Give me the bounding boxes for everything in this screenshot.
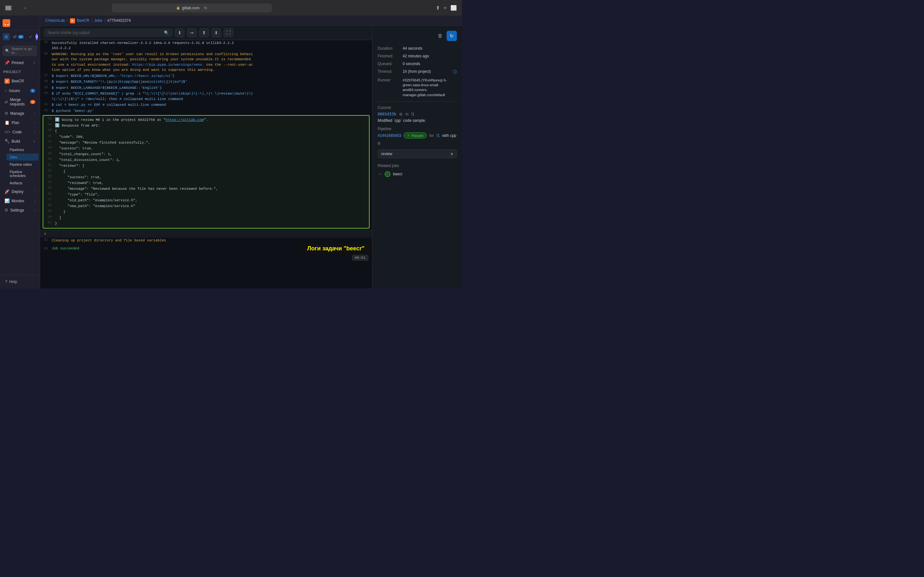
beecr-url-link[interactable]: https://beecr.io/api/v1 [121,74,170,78]
sidebar-toggle[interactable] [5,5,11,11]
pipeline-mr-link[interactable]: !1 [436,133,439,138]
highlight-line: 44 ℹ️ Response from API: [46,123,367,129]
help-label: Help [9,279,17,284]
breadcrumb-org[interactable]: CVisionLab [45,18,65,23]
breadcrumb-project[interactable]: BeeCR [77,18,89,23]
pip-warnings-link[interactable]: https://pip.pypa.io/warnings/venv [132,63,202,67]
sidebar-item-jobs[interactable]: Jobs [6,153,39,161]
finished-row: Finished: 42 minutes ago [378,54,457,58]
breadcrumb-section[interactable]: Jobs [94,18,102,23]
code-icon: </> [5,129,11,134]
job-status-icon: ✓ [384,171,391,177]
gitlab-logo[interactable]: 🦊 [3,19,10,27]
sidebar-item-issues[interactable]: ○ Issues 0 [1,86,39,95]
sidebar-item-code[interactable]: </> Code › [1,127,39,136]
sidebar-item-pinned[interactable]: 📌 Pinned ∨ [1,58,39,67]
tabs-button[interactable]: ⬜ [451,5,457,11]
back-button[interactable]: ‹ [15,5,21,11]
pipeline-label: Pipeline [378,127,457,131]
download-log-button[interactable]: ⬇ [175,28,184,37]
search-label: Search or go to... [11,47,35,55]
sidebar-item-pipeline-editor[interactable]: Pipeline editor [6,161,39,168]
sidebar-item-manage[interactable]: ⚙ Manage › [1,109,39,118]
sidebar-item-pipelines[interactable]: Pipelines [6,146,39,153]
line-number: 35 [40,40,52,44]
sidebar-item-project[interactable]: B BeeCR [1,77,39,85]
sidebar: 🦊 ⊞ ⇄ 37 ✓ U 🔍 Search or go to... 📌 Pinn… [0,16,40,288]
browser-chrome: ‹ › 🔒 gitlab.com ↻ ⬆ + ⬜ [0,0,462,16]
hl-num: 50 [46,157,55,161]
log-text-cmd: $ export BEECR_TARGET='\\.(py|c|h|cpp|hp… [52,79,372,85]
job-item-beecr: → ✓ beecr [378,171,457,177]
right-panel-actions: 🗑 ↻ [378,31,457,41]
commit-branch-link[interactable]: !1 [411,112,414,116]
merge-requests-icon-btn[interactable]: ⇄ 37 [11,33,26,40]
highlight-line: 58 "new_path": "examples/service.h" [46,203,367,210]
highlight-line: 43 ℹ️ Going to review MR 1 in the projec… [46,117,367,123]
raw-log-button[interactable]: ⇒ [187,28,197,37]
gitlab-link[interactable]: https://gitlab.com [166,118,204,122]
delete-job-button[interactable]: 🗑 [436,31,444,41]
log-search-wrapper[interactable]: 🔍 [44,29,172,37]
sidebar-item-help[interactable]: ? Help [3,277,37,286]
job-name-beecr[interactable]: beecr [393,172,403,176]
plan-label: Plan [11,121,19,125]
search-submit-icon[interactable]: 🔍 [164,31,169,35]
duration-value: 44 seconds [403,46,457,51]
user-avatar[interactable]: U [36,33,38,40]
hl-num: 49 [46,152,55,155]
log-line: 41 $ cat > beecr.py << EOF # collapsed m… [40,102,372,108]
log-text-warn: WARNING: Running pip as the 'root' user … [52,52,372,73]
commit-hash-row: 0065d33b ⧉ in !1 [378,111,457,117]
sidebar-item-deploy[interactable]: 🚀 Deploy › [1,187,39,196]
content-area: 🔍 ⬇ ⇒ ⬆ ⬇ ⛶ 35 Successfully installed ch… [40,26,462,289]
line-number: 41 [40,102,52,106]
scroll-bottom-button[interactable]: ⬇ [212,28,221,37]
sidebar-item-settings[interactable]: ⚙ Settings › [1,206,39,214]
jobs-label: Jobs [10,155,17,159]
sidebar-item-artifacts[interactable]: Artifacts [6,179,39,187]
pipelines-label: Pipelines [10,148,24,152]
search-bar[interactable]: 🔍 Search or go to... [3,45,37,56]
app-container: 🦊 ⊞ ⇄ 37 ✓ U 🔍 Search or go to... 📌 Pinn… [0,16,462,288]
sidebar-item-monitor[interactable]: 📊 Monitor › [1,197,39,205]
highlight-line: 60 ] [46,215,367,221]
related-jobs-section: Related jobs → ✓ beecr [378,163,457,177]
pipeline-id-link[interactable]: #1441665403 [378,133,401,138]
line-number: 62 [40,238,52,242]
chevron-right-icon-5: › [34,199,35,203]
line-number: 42 [40,108,52,112]
forward-button[interactable]: › [22,5,27,11]
sidebar-item-build[interactable]: 🔨 Build ∨ [1,137,39,145]
log-line: 38 $ export BEECR_TARGET='\\.(py|c|h|cpp… [40,79,372,85]
stage-dropdown[interactable]: review ∨ [378,149,457,158]
sidebar-item-pipeline-schedules[interactable]: Pipeline schedules [6,168,39,179]
copy-commit-button[interactable]: ⧉ [399,111,403,117]
address-bar[interactable]: 🔒 gitlab.com ↻ [111,3,272,13]
hl-num: 56 [46,192,55,195]
home-icon-btn[interactable]: ⊞ [3,33,10,40]
sidebar-item-merge-requests[interactable]: ⇄ Merge requests 1 [1,95,39,108]
breadcrumb-job-id: #7754402374 [107,18,131,23]
reload-icon[interactable]: ↻ [204,6,207,10]
fullscreen-button[interactable]: ⛶ [224,28,233,37]
commit-hash-value[interactable]: 0065d33b [378,112,396,116]
highlight-line: 53 "success": true, [46,175,367,181]
scroll-top-button[interactable]: ⬆ [199,28,209,37]
share-button[interactable]: ⬆ [436,5,440,11]
copy-pipeline-button[interactable]: ⧉ [378,141,381,145]
sidebar-item-plan[interactable]: 📋 Plan › [1,118,39,127]
refresh-button[interactable]: ↻ [447,31,457,41]
checkmark-icon-btn[interactable]: ✓ [27,33,34,40]
timeout-info-icon[interactable]: ⓘ [453,69,457,75]
expand-toggle[interactable]: ∨ [44,231,46,236]
log-search-input[interactable] [47,31,162,35]
related-jobs-title: Related jobs [378,163,457,168]
new-tab-button[interactable]: + [444,5,447,11]
log-content[interactable]: 35 Successfully installed charset-normal… [40,40,372,289]
hl-text: ℹ️ Response from API: [55,123,367,129]
merge-icon: ⇄ [5,100,8,105]
hl-text: "type": "file", [55,192,367,197]
browser-controls [5,5,11,11]
hl-text: ] [55,215,367,221]
